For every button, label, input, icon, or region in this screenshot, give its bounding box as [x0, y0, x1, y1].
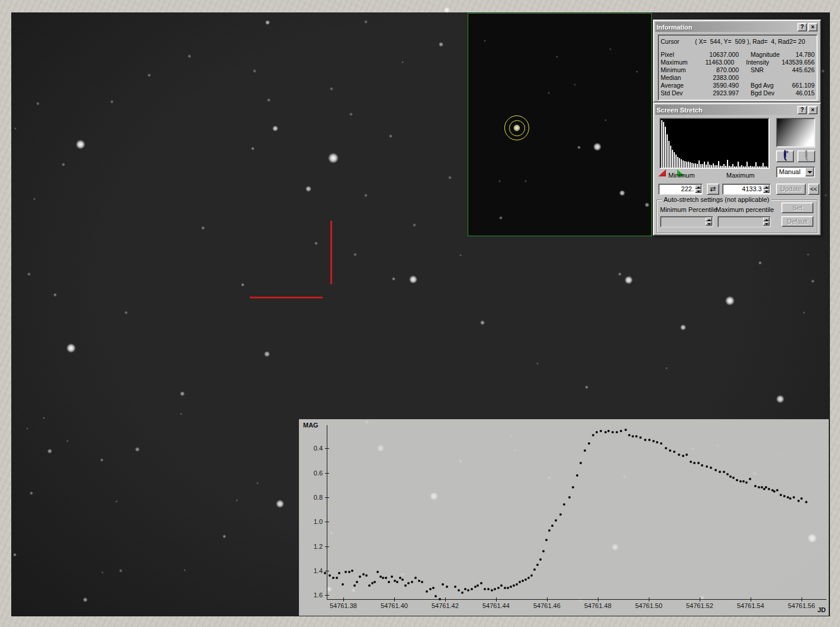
information-title: Information [656, 24, 796, 31]
star [201, 226, 205, 230]
star [353, 253, 357, 256]
auto-stretch-group: Auto-stretch settings (not applicable) M… [656, 200, 818, 233]
star [548, 92, 550, 94]
star [484, 40, 486, 42]
stat-value: 11463.000 [694, 59, 734, 66]
maximum-value-field[interactable]: 4133.3 [722, 184, 771, 195]
star [807, 253, 809, 256]
star [14, 127, 17, 130]
minimum-value-field[interactable]: 222. [658, 184, 703, 195]
star [524, 180, 527, 182]
table-row: Median 2383.000 [661, 74, 815, 82]
cursor-label: Cursor [661, 38, 695, 45]
maximum-value: 4133.3 [742, 185, 762, 192]
zoom-in-icon: + [784, 150, 786, 159]
crosshair-vertical-line [330, 221, 332, 284]
minimum-marker-icon[interactable] [658, 169, 666, 176]
close-icon[interactable]: × [808, 106, 818, 114]
zoom-in-button[interactable]: + [776, 150, 794, 162]
max-percentile-spinner[interactable] [763, 217, 770, 226]
star [272, 126, 278, 131]
star [66, 343, 76, 353]
stat-value: 46.015 [788, 89, 815, 97]
stat-value: 661.109 [788, 82, 815, 89]
minimum-value: 222. [681, 185, 694, 192]
cursor-value: ( X= 544, Y= 509 ), Rad= 4, Rad2= 20 [695, 38, 805, 45]
star [389, 134, 392, 138]
stat-label: SNR [751, 66, 788, 74]
star [27, 272, 31, 276]
star [256, 482, 259, 484]
stat-label: Std Dev [661, 89, 696, 97]
stretch-mode-value: Manual [779, 168, 800, 175]
star [645, 202, 649, 207]
star [803, 311, 805, 314]
star [392, 277, 395, 281]
screen-stretch-titlebar[interactable]: Screen Stretch ? × [655, 105, 819, 115]
stat-value: 3590.490 [696, 82, 739, 89]
star [448, 176, 452, 179]
star [26, 427, 28, 430]
star [821, 69, 825, 73]
star [135, 447, 140, 452]
star [619, 190, 625, 196]
star [636, 70, 638, 73]
stat-value: 870.000 [696, 66, 739, 74]
maximum-spinner[interactable] [763, 185, 770, 193]
min-percentile-field[interactable] [660, 216, 713, 227]
zoom-out-button[interactable] [797, 150, 815, 162]
star [480, 320, 485, 325]
chevron-down-icon[interactable] [805, 168, 814, 176]
stat-value: 2383.000 [696, 74, 739, 82]
star [43, 417, 45, 419]
swap-icon: ⇄ [710, 185, 716, 193]
stat-value [788, 74, 815, 82]
swap-min-max-button[interactable]: ⇄ [707, 184, 719, 195]
information-titlebar[interactable]: Information ? × [655, 22, 819, 32]
star [604, 119, 607, 121]
star [825, 194, 827, 197]
stat-label: Magnitude [751, 51, 788, 59]
screen-stretch-title: Screen Stretch [656, 107, 796, 114]
star [241, 283, 244, 287]
stat-label: Pixel [661, 51, 696, 59]
help-button[interactable]: ? [797, 106, 807, 114]
minimum-spinner[interactable] [695, 185, 701, 193]
table-row: Minimum 870.000 SNR 445.626 [661, 66, 815, 74]
star [498, 180, 501, 182]
star [66, 440, 69, 442]
star [577, 146, 581, 149]
star [101, 571, 104, 574]
star [267, 98, 271, 102]
star [180, 391, 185, 396]
stat-value: 14.780 [788, 51, 815, 59]
table-row: Maximum 11463.000 Intensity 143539.656 [661, 59, 815, 66]
table-row: Pixel 10637.000 Magnitude 14.780 [661, 51, 815, 59]
star [184, 569, 186, 571]
close-icon[interactable]: × [808, 23, 818, 31]
table-row: Average 3590.490 Bgd Avg 661.109 [661, 82, 815, 89]
stat-label: Maximum [661, 59, 694, 66]
min-percentile-spinner[interactable] [706, 217, 712, 226]
stat-value: 143539.656 [782, 59, 815, 66]
help-button[interactable]: ? [797, 23, 807, 31]
stretch-mode-dropdown[interactable]: Manual [776, 166, 815, 178]
star [593, 143, 601, 151]
update-button[interactable]: Update [776, 184, 806, 195]
star [124, 311, 128, 314]
star [33, 198, 36, 200]
star [188, 54, 191, 58]
star [236, 499, 238, 501]
star [251, 147, 255, 150]
star [585, 385, 588, 389]
star [499, 216, 503, 220]
default-button[interactable]: Default [781, 216, 813, 227]
star [76, 140, 85, 149]
histogram-display [659, 118, 770, 169]
stat-label [751, 74, 788, 82]
max-percentile-field[interactable] [717, 216, 771, 227]
set-button[interactable]: Set [781, 202, 813, 213]
collapse-button[interactable]: << [808, 184, 819, 195]
star [83, 597, 88, 602]
information-window: Information ? × Cursor ( X= 544, Y= 509 … [653, 20, 821, 102]
